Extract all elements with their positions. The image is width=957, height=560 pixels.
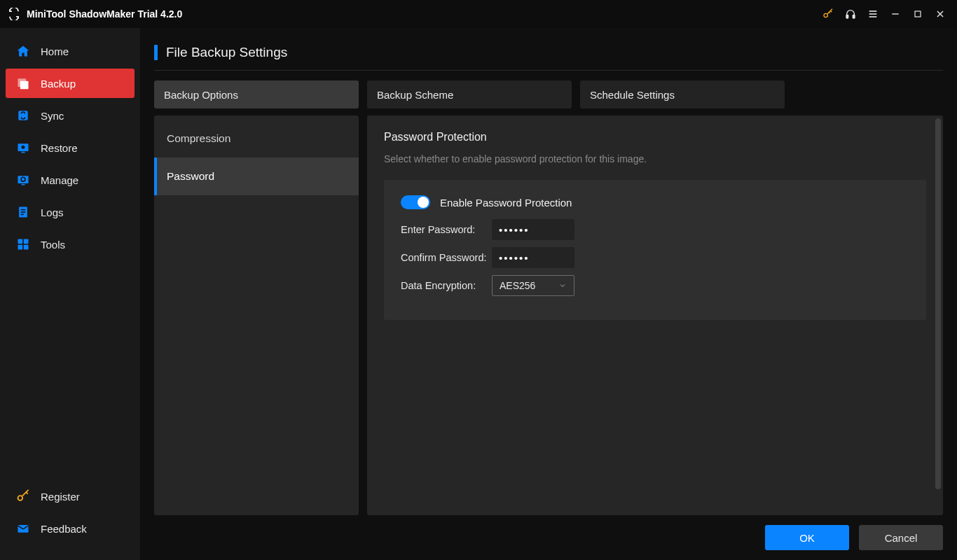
encryption-select[interactable]: AES256 [492,275,574,296]
tab-schedule-settings[interactable]: Schedule Settings [580,80,785,108]
sidebar-item-label: Home [41,46,69,57]
page-title-row: File Backup Settings [154,45,943,71]
sidebar-item-label: Register [41,491,80,503]
svg-rect-2 [853,15,855,18]
restore-icon [15,140,31,155]
accent-bar [154,45,158,60]
chevron-down-icon [558,281,567,290]
svg-point-0 [824,13,827,17]
enter-password-input[interactable] [492,219,574,240]
subnav-item-compression[interactable]: Compression [154,120,359,158]
window-maximize-icon[interactable] [908,4,928,24]
mail-icon [15,521,31,536]
svg-rect-25 [18,245,23,250]
panel-scrollbar[interactable] [935,118,941,489]
sidebar-item-logs[interactable]: Logs [6,197,135,227]
data-encryption-label: Data Encryption: [401,280,492,291]
main-content: File Backup Settings Backup Options Back… [140,28,957,560]
sync-icon [15,108,31,123]
sidebar-item-label: Manage [41,174,78,186]
svg-rect-23 [18,239,23,244]
enable-password-toggle[interactable] [401,195,430,209]
svg-rect-24 [24,239,29,244]
sidebar-item-tools[interactable]: Tools [6,230,135,259]
subnav-item-password[interactable]: Password [154,158,359,195]
window-title: MiniTool ShadowMaker Trial 4.2.0 [27,8,182,20]
sidebar-item-home[interactable]: Home [6,36,135,66]
svg-rect-7 [915,11,921,17]
encryption-value: AES256 [500,280,535,291]
enter-password-label: Enter Password: [401,224,492,235]
sidebar-item-manage[interactable]: Manage [6,165,135,195]
sidebar-item-label: Restore [41,142,78,154]
sidebar-item-label: Backup [41,78,76,90]
svg-rect-1 [846,15,848,18]
key-icon[interactable] [818,4,838,24]
tab-backup-options[interactable]: Backup Options [154,80,359,108]
sidebar-item-backup[interactable]: Backup [6,69,135,98]
title-bar: MiniTool ShadowMaker Trial 4.2.0 [0,0,957,28]
logs-icon [15,204,31,220]
svg-rect-17 [22,184,25,186]
svg-point-27 [18,496,23,500]
sidebar-item-label: Feedback [41,523,87,535]
footer-buttons: OK Cancel [154,515,943,550]
sidebar-item-feedback[interactable]: Feedback [6,514,135,543]
tools-icon [15,237,31,252]
sidebar-item-sync[interactable]: Sync [6,101,135,130]
menu-icon[interactable] [863,4,883,24]
svg-rect-22 [21,214,24,216]
app-logo-icon [7,7,21,21]
manage-icon [15,172,31,188]
sidebar-item-restore[interactable]: Restore [6,133,135,162]
ok-button[interactable]: OK [765,525,849,550]
sidebar-item-label: Sync [41,110,64,122]
settings-panel: Password Protection Select whether to en… [367,115,943,515]
svg-rect-20 [21,209,26,211]
panel-heading: Password Protection [384,131,926,144]
svg-rect-11 [20,81,29,90]
sidebar-item-label: Tools [41,239,65,251]
confirm-password-label: Confirm Password: [401,252,492,263]
password-card: Enable Password Protection Enter Passwor… [384,180,926,320]
window-close-icon[interactable] [930,4,950,24]
toggle-label: Enable Password Protection [440,197,572,209]
tabs-row: Backup Options Backup Scheme Schedule Se… [154,80,943,108]
sidebar-item-register[interactable]: Register [6,482,135,511]
page-title: File Backup Settings [166,45,287,60]
cancel-button[interactable]: Cancel [859,525,943,550]
svg-rect-26 [24,245,29,250]
home-icon [15,43,31,59]
backup-icon [15,76,31,91]
sidebar: Home Backup Sync Restore Manage [0,28,140,560]
tab-backup-scheme[interactable]: Backup Scheme [367,80,572,108]
svg-rect-14 [22,152,25,153]
svg-point-15 [22,146,25,149]
key-icon [15,489,31,504]
options-subnav: Compression Password [154,115,359,515]
sidebar-item-label: Logs [41,206,64,218]
confirm-password-input[interactable] [492,247,574,268]
window-minimize-icon[interactable] [886,4,905,24]
headphones-icon[interactable] [841,4,860,24]
svg-rect-21 [21,211,26,213]
panel-description: Select whether to enable password protec… [384,153,926,164]
